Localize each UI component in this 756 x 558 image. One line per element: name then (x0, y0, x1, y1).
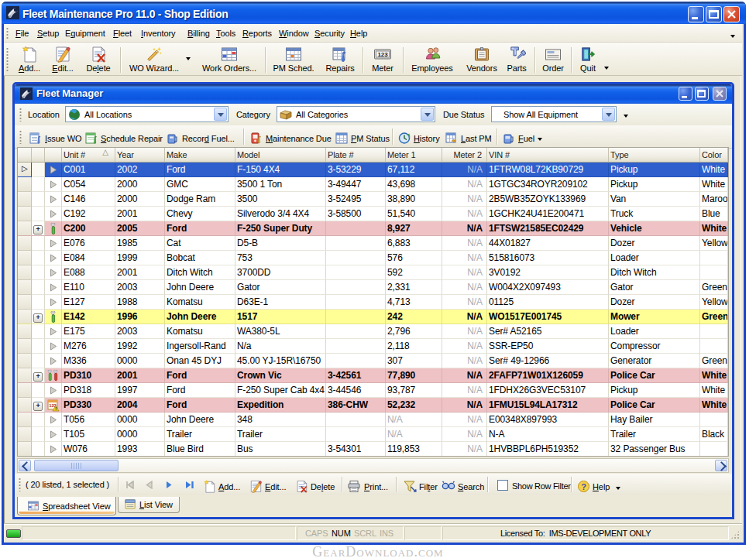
svg-text:?: ? (581, 482, 586, 491)
svg-text:!: ! (55, 406, 57, 411)
